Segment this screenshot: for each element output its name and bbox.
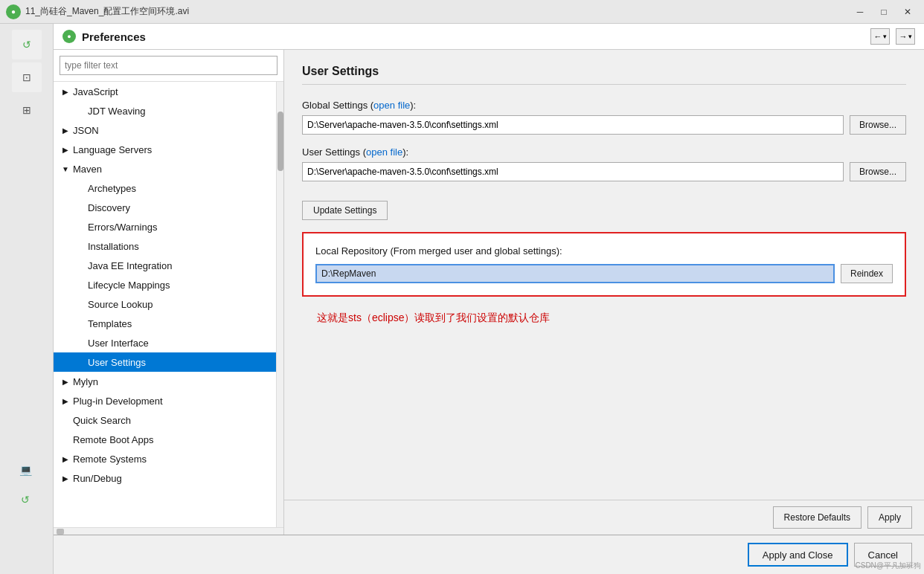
expand-icon [74, 279, 86, 291]
tree-item-label: Remote Boot Apps [73, 434, 153, 445]
user-settings-input-row: Browse... [302, 162, 906, 181]
user-open-file-link[interactable]: open file [366, 146, 402, 158]
tree-item-archetypes[interactable]: Archetypes [54, 178, 276, 198]
tree-item-lifecycle[interactable]: Lifecycle Mappings [54, 275, 276, 294]
local-repo-input-row: Reindex [315, 264, 893, 283]
local-repo-label: Local Repository (From merged user and g… [315, 245, 893, 257]
nav-back-btn[interactable]: ← ▾ [870, 28, 890, 45]
restore-defaults-button[interactable]: Restore Defaults [773, 506, 862, 529]
global-settings-section: Global Settings (open file): Browse... [302, 100, 906, 135]
toolbar-icon-2[interactable]: ⊡ [12, 62, 42, 92]
reindex-button[interactable]: Reindex [841, 264, 893, 283]
toolbar-icon-1[interactable]: ↺ [12, 30, 42, 59]
local-repo-input[interactable] [315, 264, 835, 283]
forward-dropdown-icon: ▾ [908, 33, 912, 40]
expand-icon [74, 356, 86, 368]
final-row: Apply and Close Cancel [54, 535, 924, 574]
tree-item-language-servers[interactable]: ▶ Language Servers [54, 140, 276, 159]
user-settings-label: User Settings (open file): [302, 146, 906, 158]
tree-item-plugin-dev[interactable]: ▶ Plug-in Development [54, 391, 276, 410]
nav-forward-btn[interactable]: → ▾ [896, 28, 915, 45]
tree-item-label: Language Servers [73, 144, 152, 155]
close-button[interactable]: ✕ [897, 4, 918, 20]
expand-icon: ▶ [60, 395, 71, 407]
tree-item-quick-search[interactable]: Quick Search [54, 410, 276, 430]
expand-icon [74, 105, 86, 117]
tree-item-java-ee[interactable]: Java EE Integration [54, 256, 276, 275]
global-settings-label: Global Settings (open file): [302, 100, 906, 111]
tree-item-label: Quick Search [73, 415, 131, 426]
maximize-button[interactable]: □ [873, 4, 894, 20]
expand-icon [74, 259, 86, 271]
global-open-file-link[interactable]: open file [373, 100, 410, 111]
global-settings-input[interactable] [302, 115, 844, 135]
expand-icon: ▼ [60, 163, 71, 175]
tree-item-run-debug[interactable]: ▶ Run/Debug [54, 468, 276, 488]
sidebar: ▶ JavaScript JDT Weaving ▶ JSON ▶ [54, 50, 284, 535]
tree-item-label: Run/Debug [73, 473, 122, 484]
tree-item-label: Java EE Integration [88, 260, 172, 271]
expand-icon [74, 182, 86, 194]
tree-item-label: Remote Systems [73, 454, 147, 465]
tree-item-jdt-weaving[interactable]: JDT Weaving [54, 101, 276, 120]
apply-close-button[interactable]: Apply and Close [748, 543, 848, 567]
apply-button[interactable]: Apply [867, 506, 912, 529]
tree-item-maven[interactable]: ▼ Maven [54, 159, 276, 178]
h-scroll-thumb [57, 529, 64, 535]
back-icon: ← [874, 32, 882, 41]
toolbar-icon-4[interactable]: 💻 [10, 455, 40, 485]
tree-item-user-interface[interactable]: User Interface [54, 333, 276, 352]
tree-item-remote-boot[interactable]: Remote Boot Apps [54, 430, 276, 449]
minimize-button[interactable]: ─ [850, 4, 870, 20]
user-settings-input[interactable] [302, 162, 844, 181]
expand-icon: ▶ [60, 453, 71, 465]
tree-item-mylyn[interactable]: ▶ Mylyn [54, 372, 276, 391]
bottom-scrollbar[interactable] [54, 527, 283, 535]
user-browse-button[interactable]: Browse... [850, 162, 906, 181]
bottom-bar: Restore Defaults Apply [284, 500, 924, 535]
expand-icon: ▶ [60, 124, 71, 136]
forward-icon: → [899, 32, 908, 41]
window-controls: ─ □ ✕ [850, 4, 918, 20]
tree-item-errors-warnings[interactable]: Errors/Warnings [54, 217, 276, 236]
search-input[interactable] [60, 56, 277, 75]
expand-icon: ▶ [60, 86, 71, 97]
annotation-text: 这就是sts（eclipse）读取到了我们设置的默认仓库 [302, 312, 906, 325]
back-dropdown-icon: ▾ [883, 33, 887, 40]
dialog-header: ● Preferences ← ▾ → ▾ [54, 24, 924, 50]
dialog-title: Preferences [82, 30, 864, 43]
tree-item-json[interactable]: ▶ JSON [54, 120, 276, 140]
tree-item-label: Source Lookup [88, 299, 153, 310]
toolbar-icon-3[interactable]: ⊞ [12, 95, 42, 125]
global-settings-input-row: Browse... [302, 115, 906, 135]
user-settings-section: User Settings (open file): Browse... [302, 146, 906, 181]
tree-item-javascript[interactable]: ▶ JavaScript [54, 82, 276, 101]
tree-item-installations[interactable]: Installations [54, 236, 276, 256]
window-title: 11_尚硅谷_Maven_配置工作空间环境.avi [25, 5, 189, 18]
tree-item-label: Errors/Warnings [88, 222, 157, 233]
tree-item-discovery[interactable]: Discovery [54, 198, 276, 217]
tree-item-remote-systems[interactable]: ▶ Remote Systems [54, 449, 276, 468]
dialog-icon: ● [62, 30, 76, 43]
tree-item-label: JSON [73, 125, 99, 136]
tree-item-user-settings[interactable]: User Settings [54, 352, 276, 372]
global-browse-button[interactable]: Browse... [850, 115, 906, 135]
tree-item-label: Lifecycle Mappings [88, 280, 170, 291]
dialog-body: ▶ JavaScript JDT Weaving ▶ JSON ▶ [54, 50, 924, 535]
title-bar: ● 11_尚硅谷_Maven_配置工作空间环境.avi ─ □ ✕ [0, 0, 924, 24]
scrollbar-thumb [277, 112, 283, 171]
toolbar-icon-5[interactable]: ↺ [10, 485, 40, 515]
tree-item-templates[interactable]: Templates [54, 314, 276, 333]
tree-item-label: Templates [88, 318, 132, 329]
expand-icon [74, 240, 86, 252]
search-container [54, 50, 283, 82]
tree-item-label: User Interface [88, 338, 149, 349]
expand-icon [74, 317, 86, 329]
tree-scrollbar[interactable] [276, 82, 283, 527]
expand-icon [74, 221, 86, 233]
tree-item-label: Maven [73, 164, 102, 175]
update-settings-button[interactable]: Update Settings [302, 201, 388, 220]
expand-icon: ▶ [60, 144, 71, 155]
tree-item-source-lookup[interactable]: Source Lookup [54, 294, 276, 314]
tree-item-label: JavaScript [73, 86, 118, 97]
